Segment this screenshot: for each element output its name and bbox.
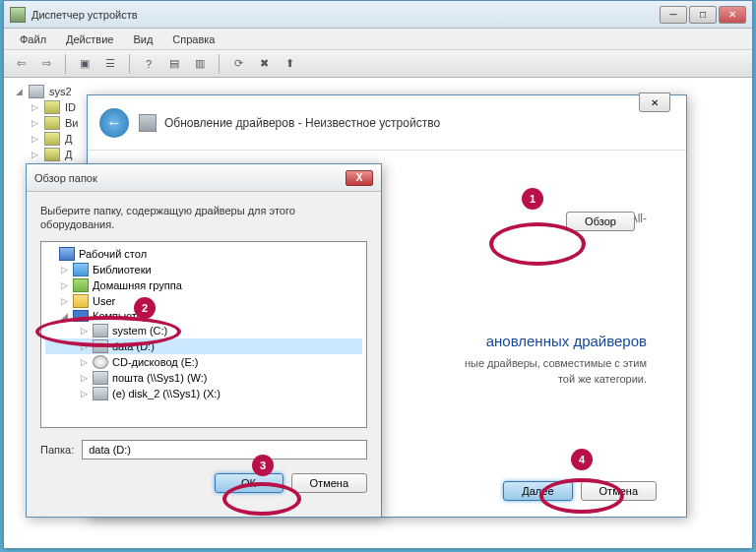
tree-mail[interactable]: пошта (\\Sys1) (W:) bbox=[112, 372, 208, 384]
update-header: ← Обновление драйверов - Неизвестное уст… bbox=[88, 95, 686, 151]
show-icon[interactable]: ▣ bbox=[74, 53, 95, 75]
user-icon bbox=[73, 294, 89, 308]
menu-file[interactable]: Файл bbox=[10, 31, 56, 47]
device-icon bbox=[44, 100, 60, 114]
tree-user[interactable]: User bbox=[93, 295, 115, 307]
tree-data[interactable]: data (D:) bbox=[112, 340, 155, 352]
callout-1-badge: 1 bbox=[522, 188, 543, 210]
callout-3-badge: 3 bbox=[252, 455, 274, 476]
minimize-button[interactable]: ─ bbox=[660, 6, 687, 24]
main-title: Диспетчер устройств bbox=[32, 9, 660, 21]
device-icon bbox=[44, 116, 60, 130]
folder-dialog-title: Обзор папок bbox=[34, 172, 346, 184]
folder-body: Выберите папку, содержащую драйверы для … bbox=[27, 192, 381, 505]
back-button[interactable]: ← bbox=[99, 108, 129, 138]
menu-help[interactable]: Справка bbox=[162, 31, 224, 47]
tree-root[interactable]: sys2 bbox=[49, 86, 72, 97]
folder-footer: ОК Отмена bbox=[40, 473, 367, 493]
library-icon bbox=[73, 263, 89, 276]
computer-icon bbox=[73, 310, 89, 322]
drive-icon bbox=[93, 339, 108, 353]
cd-icon bbox=[93, 355, 108, 369]
menu-view[interactable]: Вид bbox=[123, 31, 162, 47]
app-icon bbox=[10, 7, 26, 23]
cancel-button[interactable]: Отмена bbox=[581, 481, 657, 501]
section-text: ные драйверы, совместимые с этим той же … bbox=[465, 355, 647, 387]
callout-2-badge: 2 bbox=[134, 297, 156, 319]
scan-icon[interactable]: ⟳ bbox=[227, 53, 249, 75]
toolbar: ⇦ ⇨ ▣ ☰ ? ▤ ▥ ⟳ ✖ ⬆ bbox=[4, 50, 752, 78]
help-icon[interactable]: ? bbox=[138, 53, 159, 75]
folder-cancel-button[interactable]: Отмена bbox=[291, 473, 367, 493]
desktop-icon bbox=[59, 247, 75, 261]
tree-cd[interactable]: CD-дисковод (E:) bbox=[112, 356, 198, 368]
update-title: Обновление драйверов - Неизвестное устро… bbox=[164, 116, 440, 130]
browse-button[interactable]: Обзор bbox=[566, 212, 635, 231]
update-icon[interactable]: ⬆ bbox=[279, 53, 300, 75]
driver-icon bbox=[139, 114, 157, 132]
section-title: ановленных драйверов bbox=[486, 333, 647, 349]
tree-libraries[interactable]: Библиотеки bbox=[93, 264, 152, 276]
network-drive-icon bbox=[93, 371, 108, 385]
window-buttons: ─ □ ✕ bbox=[660, 6, 746, 24]
list-icon[interactable]: ☰ bbox=[99, 53, 121, 75]
folder-label: Папка: bbox=[40, 444, 74, 456]
callout-4-badge: 4 bbox=[571, 449, 593, 470]
tree-item[interactable]: Д bbox=[65, 149, 72, 160]
ok-button[interactable]: ОК bbox=[215, 473, 284, 493]
tree-disk2[interactable]: (е) disk_2 (\\Sys1) (X:) bbox=[112, 388, 220, 399]
update-close-button[interactable]: ✕ bbox=[639, 92, 670, 112]
tree-homegroup[interactable]: Домашняя группа bbox=[93, 279, 182, 291]
homegroup-icon bbox=[73, 278, 89, 292]
update-footer: Далее Отмена bbox=[503, 481, 657, 501]
tree-desktop[interactable]: Рабочий стол bbox=[79, 248, 147, 260]
maximize-button[interactable]: □ bbox=[689, 6, 717, 24]
back-icon[interactable]: ⇦ bbox=[10, 53, 32, 75]
drive-icon bbox=[93, 324, 108, 337]
action2-icon[interactable]: ▥ bbox=[189, 53, 211, 75]
close-button[interactable]: ✕ bbox=[719, 6, 746, 24]
next-button[interactable]: Далее bbox=[503, 481, 572, 501]
remove-icon[interactable]: ✖ bbox=[253, 53, 275, 75]
folder-path-row: Папка: bbox=[40, 440, 367, 460]
folder-titlebar: Обзор папок X bbox=[27, 164, 381, 192]
network-drive-icon bbox=[93, 387, 108, 400]
browse-folder-dialog: Обзор папок X Выберите папку, содержащую… bbox=[26, 163, 382, 518]
tree-item[interactable]: Д bbox=[65, 133, 72, 145]
main-titlebar: Диспетчер устройств ─ □ ✕ bbox=[4, 1, 752, 29]
tree-item[interactable]: Ви bbox=[65, 117, 78, 129]
folder-close-button[interactable]: X bbox=[346, 170, 373, 186]
folder-input[interactable] bbox=[82, 440, 367, 460]
tree-system[interactable]: system (C:) bbox=[112, 325, 167, 337]
folder-instruction: Выберите папку, содержащую драйверы для … bbox=[40, 204, 367, 231]
folder-tree[interactable]: Рабочий стол ▷Библиотеки ▷Домашняя групп… bbox=[40, 241, 367, 428]
menubar: Файл Действие Вид Справка bbox=[4, 29, 752, 50]
device-icon bbox=[44, 132, 60, 146]
action1-icon[interactable]: ▤ bbox=[163, 53, 185, 75]
computer-icon bbox=[29, 85, 44, 98]
device-icon bbox=[44, 148, 60, 161]
tree-item[interactable]: ID bbox=[65, 101, 76, 113]
forward-icon[interactable]: ⇨ bbox=[35, 53, 57, 75]
menu-action[interactable]: Действие bbox=[56, 31, 123, 47]
